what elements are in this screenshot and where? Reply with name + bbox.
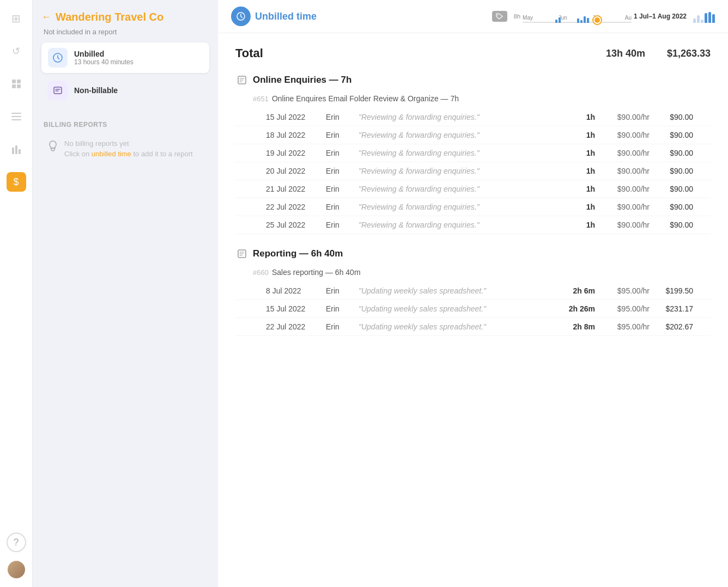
project-title-online-enquiries: Online Enquiries — 7h bbox=[253, 75, 351, 85]
svg-rect-2 bbox=[12, 84, 16, 88]
row-note: "Reviewing & forwarding enquiries." bbox=[359, 131, 562, 139]
row-amount: $90.00 bbox=[650, 167, 693, 175]
svg-rect-4 bbox=[11, 113, 21, 114]
row-date: 22 Jul 2022 bbox=[266, 203, 326, 211]
unbilled-sublabel: 13 hours 40 minutes bbox=[74, 58, 134, 66]
svg-rect-5 bbox=[11, 116, 21, 117]
list-icon[interactable] bbox=[7, 107, 26, 126]
project-icon-online-enquiries bbox=[235, 74, 248, 87]
row-duration: 2h 6m bbox=[562, 286, 595, 295]
unbilled-label: Unbilled bbox=[74, 50, 134, 58]
mini-bar bbox=[712, 14, 715, 23]
row-duration: 1h bbox=[562, 203, 595, 211]
timeline-track: May Jun Jul Au bbox=[523, 8, 632, 25]
content-area: Total 13h 40m $1,263.33 Online Enquiries… bbox=[218, 33, 728, 587]
client-name: Wandering Travel Co bbox=[56, 11, 163, 23]
mini-bar bbox=[705, 13, 707, 23]
row-note: "Reviewing & forwarding enquiries." bbox=[359, 149, 562, 157]
time-row: 8 Jul 2022 Erin "Updating weekly sales s… bbox=[235, 282, 711, 300]
row-amount: $90.00 bbox=[650, 131, 693, 139]
svg-rect-9 bbox=[19, 149, 21, 154]
nav-bar: ⊞ ↺ $ ? bbox=[0, 0, 33, 587]
task-name-651: Online Enquires Email Folder Review & Or… bbox=[272, 94, 459, 103]
task-header-651: #651 Online Enquires Email Folder Review… bbox=[235, 91, 711, 106]
mini-bar bbox=[697, 15, 700, 23]
row-person: Erin bbox=[326, 131, 359, 139]
row-duration: 2h 26m bbox=[562, 304, 595, 313]
help-icon[interactable]: ? bbox=[7, 533, 26, 552]
time-row: 20 Jul 2022 Erin "Reviewing & forwarding… bbox=[235, 162, 711, 180]
total-time: 13h 40m bbox=[580, 48, 645, 59]
row-duration: 1h bbox=[562, 113, 595, 121]
nonbillable-item[interactable]: Non-billable bbox=[41, 75, 209, 106]
billing-reports-section: Billing reports No billing reports yet C… bbox=[41, 112, 209, 164]
svg-rect-1 bbox=[17, 80, 21, 83]
row-rate: $95.00/hr bbox=[595, 322, 650, 331]
mini-bar bbox=[701, 20, 703, 23]
row-note: "Reviewing & forwarding enquiries." bbox=[359, 221, 562, 229]
billing-reports-label: Billing reports bbox=[41, 121, 209, 129]
time-row: 21 Jul 2022 Erin "Reviewing & forwarding… bbox=[235, 180, 711, 198]
badge-label: Unbilled time bbox=[255, 11, 317, 22]
table-icon[interactable] bbox=[7, 74, 26, 94]
row-amount: $90.00 bbox=[650, 113, 693, 121]
row-person: Erin bbox=[326, 221, 359, 229]
row-note: "Reviewing & forwarding enquiries." bbox=[359, 185, 562, 193]
unbilled-item[interactable]: Unbilled 13 hours 40 minutes bbox=[41, 42, 209, 73]
row-note: "Updating weekly sales spreadsheet." bbox=[359, 286, 562, 295]
row-note: "Reviewing & forwarding enquiries." bbox=[359, 203, 562, 211]
sidebar: ← Wandering Travel Co Not included in a … bbox=[33, 0, 218, 587]
row-person: Erin bbox=[326, 203, 359, 211]
time-row: 22 Jul 2022 Erin "Updating weekly sales … bbox=[235, 318, 711, 336]
mini-bar bbox=[693, 19, 696, 23]
row-person: Erin bbox=[326, 185, 359, 193]
timeline-hours: 8h bbox=[514, 13, 520, 20]
row-date: 19 Jul 2022 bbox=[266, 149, 326, 157]
row-person: Erin bbox=[326, 149, 359, 157]
row-note: "Updating weekly sales spreadsheet." bbox=[359, 304, 562, 313]
tag-button[interactable] bbox=[492, 11, 507, 22]
project-icon-reporting bbox=[235, 247, 248, 260]
back-button[interactable]: ← bbox=[41, 11, 51, 23]
time-row: 15 Jul 2022 Erin "Updating weekly sales … bbox=[235, 300, 711, 318]
task-number-660: #660 bbox=[253, 268, 269, 277]
row-note: "Reviewing & forwarding enquiries." bbox=[359, 167, 562, 175]
row-amount: $90.00 bbox=[650, 203, 693, 211]
row-person: Erin bbox=[326, 322, 359, 331]
dollar-icon[interactable]: $ bbox=[7, 172, 26, 192]
row-date: 22 Jul 2022 bbox=[266, 322, 326, 331]
row-rate: $95.00/hr bbox=[595, 286, 650, 295]
time-row: 25 Jul 2022 Erin "Reviewing & forwarding… bbox=[235, 216, 711, 234]
svg-rect-6 bbox=[11, 119, 21, 120]
row-amount: $90.00 bbox=[650, 149, 693, 157]
row-rate: $90.00/hr bbox=[595, 167, 650, 175]
task-name-660: Sales reporting — 6h 40m bbox=[272, 268, 361, 277]
row-date: 15 Jul 2022 bbox=[266, 113, 326, 121]
row-rate: $90.00/hr bbox=[595, 113, 650, 121]
project-group-online-enquiries: Online Enquiries — 7h #651 Online Enquir… bbox=[235, 74, 711, 234]
row-duration: 1h bbox=[562, 167, 595, 175]
row-rate: $90.00/hr bbox=[595, 131, 650, 139]
unbilled-badge: Unbilled time bbox=[231, 7, 317, 26]
row-rate: $95.00/hr bbox=[595, 304, 650, 313]
bar-chart-icon[interactable] bbox=[7, 139, 26, 159]
total-amount: $1,263.33 bbox=[645, 48, 711, 59]
row-amount: $199.50 bbox=[650, 286, 693, 295]
grid-icon[interactable]: ⊞ bbox=[7, 9, 26, 28]
time-row: 18 Jul 2022 Erin "Reviewing & forwarding… bbox=[235, 126, 711, 144]
total-label: Total bbox=[235, 46, 580, 60]
clock-icon[interactable]: ↺ bbox=[7, 41, 26, 61]
row-amount: $90.00 bbox=[650, 185, 693, 193]
row-note: "Reviewing & forwarding enquiries." bbox=[359, 113, 562, 121]
sidebar-header: ← Wandering Travel Co bbox=[41, 11, 209, 23]
row-rate: $90.00/hr bbox=[595, 203, 650, 211]
no-reports-label: No billing reports yet bbox=[64, 139, 193, 148]
date-range: 1 Jul–1 Aug 2022 bbox=[634, 13, 687, 20]
mini-bar bbox=[708, 12, 711, 23]
nonbillable-label: Non-billable bbox=[74, 86, 118, 95]
row-amount: $202.67 bbox=[650, 322, 693, 331]
mini-chart bbox=[693, 10, 715, 23]
time-row: 19 Jul 2022 Erin "Reviewing & forwarding… bbox=[235, 144, 711, 162]
row-date: 25 Jul 2022 bbox=[266, 221, 326, 229]
main-content: Unbilled time 8h May Jun Jul Au bbox=[218, 0, 728, 587]
